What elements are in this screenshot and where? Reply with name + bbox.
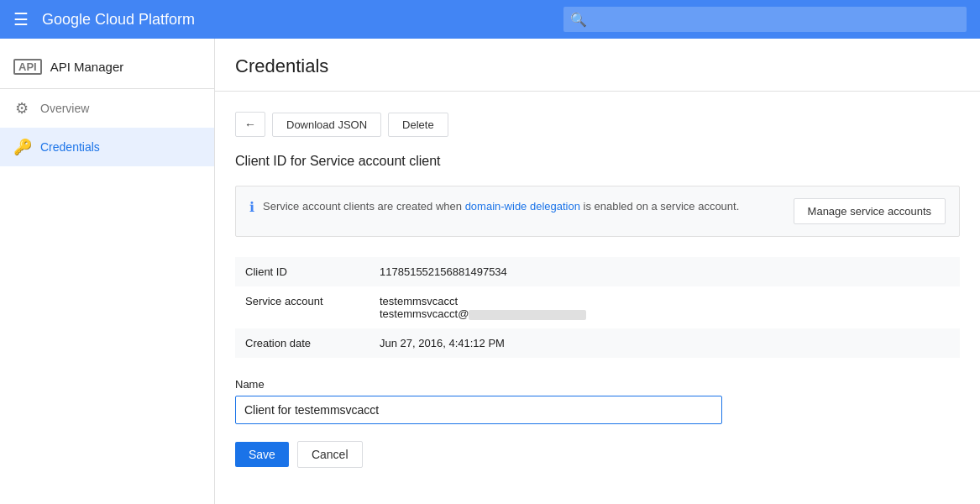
save-button[interactable]: Save	[235, 442, 289, 467]
domain-wide-delegation-link[interactable]: domain-wide delegation	[465, 200, 580, 213]
name-input[interactable]	[235, 396, 722, 424]
topbar: ☰ Google Cloud Platform 🔍	[0, 0, 980, 39]
service-account-value: testemmsvcacct testemmsvcacct@	[369, 286, 960, 328]
main-content: Credentials ← Download JSON Delete Clien…	[215, 39, 980, 504]
cancel-button[interactable]: Cancel	[297, 441, 363, 468]
table-row: Creation date Jun 27, 2016, 4:41:12 PM	[235, 328, 960, 358]
credentials-icon: 🔑	[13, 138, 30, 156]
service-account-email-prefix: testemmsvcacct@	[380, 307, 469, 320]
back-button[interactable]: ←	[235, 112, 265, 137]
action-row: Save Cancel	[235, 441, 960, 468]
app-title: Google Cloud Platform	[42, 11, 550, 29]
api-badge: API	[13, 59, 42, 75]
client-id-label: Client ID	[235, 257, 369, 286]
redacted-email	[469, 310, 586, 320]
delete-button[interactable]: Delete	[388, 113, 448, 137]
service-account-name: testemmsvcacct	[380, 295, 458, 307]
table-row: Client ID 117851552156881497534	[235, 257, 960, 286]
info-icon: ℹ	[249, 199, 254, 215]
name-field-group: Name	[235, 378, 960, 424]
sidebar-header-title: API Manager	[50, 60, 124, 74]
creation-date-value: Jun 27, 2016, 4:41:12 PM	[369, 328, 960, 358]
sidebar: API API Manager ⚙ Overview 🔑 Credentials	[0, 39, 215, 504]
sidebar-item-overview[interactable]: ⚙ Overview	[0, 89, 214, 128]
download-json-button[interactable]: Download JSON	[272, 113, 381, 137]
search-wrapper: 🔍	[563, 7, 967, 32]
sidebar-item-credentials[interactable]: 🔑 Credentials	[0, 128, 214, 166]
name-label: Name	[235, 378, 960, 391]
manage-service-accounts-button[interactable]: Manage service accounts	[794, 198, 946, 224]
layout: API API Manager ⚙ Overview 🔑 Credentials…	[0, 39, 980, 504]
details-table: Client ID 117851552156881497534 Service …	[235, 257, 960, 358]
sidebar-header: API API Manager	[0, 45, 214, 88]
sidebar-item-credentials-label: Credentials	[40, 140, 100, 154]
info-text: Service account clients are created when…	[263, 198, 739, 215]
page-header: Credentials	[215, 39, 980, 92]
table-row: Service account testemmsvcacct testemmsv…	[235, 286, 960, 328]
info-text-before: Service account clients are created when	[263, 200, 465, 213]
sidebar-item-overview-label: Overview	[40, 102, 89, 115]
info-box-content: ℹ Service account clients are created wh…	[249, 198, 739, 215]
toolbar: ← Download JSON Delete	[235, 112, 960, 137]
content-area: ← Download JSON Delete Client ID for Ser…	[215, 92, 980, 488]
client-id-value: 117851552156881497534	[369, 257, 960, 286]
search-input[interactable]	[563, 7, 967, 32]
service-account-label: Service account	[235, 286, 369, 328]
overview-icon: ⚙	[13, 99, 30, 118]
info-box: ℹ Service account clients are created wh…	[235, 186, 960, 237]
menu-icon[interactable]: ☰	[13, 9, 29, 29]
page-subtitle: Client ID for Service account client	[235, 154, 960, 169]
page-title: Credentials	[235, 55, 960, 77]
creation-date-label: Creation date	[235, 328, 369, 358]
info-text-after: is enabled on a service account.	[580, 200, 739, 213]
